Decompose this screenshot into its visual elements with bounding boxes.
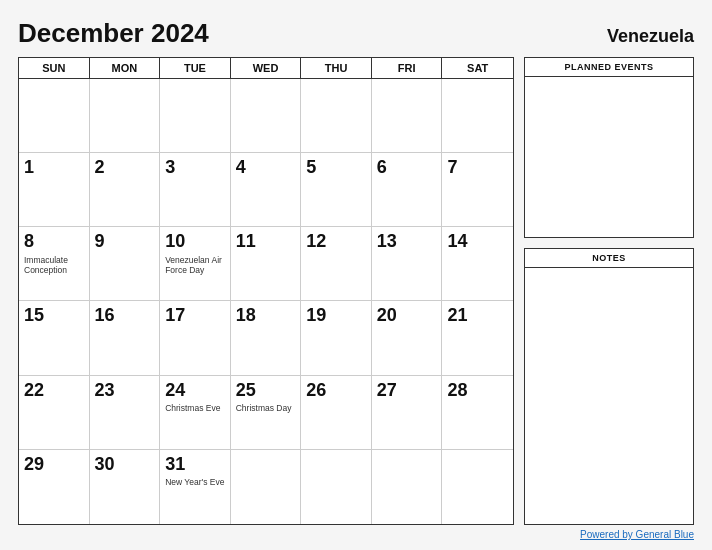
powered-by-link[interactable]: Powered by General Blue xyxy=(580,529,694,540)
cell-event: New Year's Eve xyxy=(165,477,224,487)
calendar-cell-empty xyxy=(442,79,513,153)
cell-number-10: 10 xyxy=(165,231,225,253)
footer: Powered by General Blue xyxy=(18,529,694,540)
day-header-wed: WED xyxy=(231,58,302,78)
day-headers: SUNMONTUEWEDTHUFRISAT xyxy=(19,58,513,79)
calendar-cell-29: 29 xyxy=(19,450,90,524)
planned-events-content xyxy=(525,77,693,237)
calendar-cell-14: 14 xyxy=(442,227,513,301)
cell-number-5: 5 xyxy=(306,157,366,179)
notes-content xyxy=(525,268,693,524)
calendar-cell-5: 5 xyxy=(301,153,372,227)
calendar-cell-16: 16 xyxy=(90,301,161,375)
calendar-cell-empty xyxy=(90,79,161,153)
calendar-cell-21: 21 xyxy=(442,301,513,375)
cell-number-14: 14 xyxy=(447,231,508,253)
cell-number-31: 31 xyxy=(165,454,225,476)
calendar-cell-22: 22 xyxy=(19,376,90,450)
cell-number-18: 18 xyxy=(236,305,296,327)
calendar-cell-empty xyxy=(160,79,231,153)
calendar-cell-17: 17 xyxy=(160,301,231,375)
day-header-sun: SUN xyxy=(19,58,90,78)
main-content: SUNMONTUEWEDTHUFRISAT 12345678Immaculate… xyxy=(18,57,694,525)
calendar-cell-empty xyxy=(372,79,443,153)
cell-number-1: 1 xyxy=(24,157,84,179)
calendar-cell-19: 19 xyxy=(301,301,372,375)
calendar-cell-12: 12 xyxy=(301,227,372,301)
calendar-cell-9: 9 xyxy=(90,227,161,301)
day-header-fri: FRI xyxy=(372,58,443,78)
day-header-mon: MON xyxy=(90,58,161,78)
cell-number-16: 16 xyxy=(95,305,155,327)
calendar-cell-empty xyxy=(231,79,302,153)
calendar-cell-7: 7 xyxy=(442,153,513,227)
calendar: SUNMONTUEWEDTHUFRISAT 12345678Immaculate… xyxy=(18,57,514,525)
calendar-cell-1: 1 xyxy=(19,153,90,227)
cell-number-21: 21 xyxy=(447,305,508,327)
calendar-cell-18: 18 xyxy=(231,301,302,375)
calendar-cell-4: 4 xyxy=(231,153,302,227)
calendar-cell-empty xyxy=(372,450,443,524)
calendar-cell-empty xyxy=(301,79,372,153)
cell-number-24: 24 xyxy=(165,380,225,402)
cell-event: Christmas Day xyxy=(236,403,292,413)
cell-number-30: 30 xyxy=(95,454,155,476)
cell-number-26: 26 xyxy=(306,380,366,402)
cell-event: Venezuelan Air Force Day xyxy=(165,255,225,275)
calendar-grid: 12345678Immaculate Conception910Venezuel… xyxy=(19,79,513,524)
cell-number-8: 8 xyxy=(24,231,84,253)
day-header-tue: TUE xyxy=(160,58,231,78)
header: December 2024 Venezuela xyxy=(18,18,694,49)
calendar-cell-13: 13 xyxy=(372,227,443,301)
side-panel: PLANNED EVENTS NOTES xyxy=(524,57,694,525)
calendar-cell-26: 26 xyxy=(301,376,372,450)
calendar-cell-15: 15 xyxy=(19,301,90,375)
calendar-cell-30: 30 xyxy=(90,450,161,524)
calendar-cell-11: 11 xyxy=(231,227,302,301)
cell-number-29: 29 xyxy=(24,454,84,476)
calendar-cell-25: 25Christmas Day xyxy=(231,376,302,450)
calendar-cell-27: 27 xyxy=(372,376,443,450)
calendar-cell-2: 2 xyxy=(90,153,161,227)
planned-events-box: PLANNED EVENTS xyxy=(524,57,694,238)
cell-number-20: 20 xyxy=(377,305,437,327)
cell-number-19: 19 xyxy=(306,305,366,327)
cell-number-23: 23 xyxy=(95,380,155,402)
cell-number-28: 28 xyxy=(447,380,508,402)
page: December 2024 Venezuela SUNMONTUEWEDTHUF… xyxy=(0,0,712,550)
calendar-cell-6: 6 xyxy=(372,153,443,227)
cell-number-17: 17 xyxy=(165,305,225,327)
calendar-cell-3: 3 xyxy=(160,153,231,227)
cell-number-7: 7 xyxy=(447,157,508,179)
notes-box: NOTES xyxy=(524,248,694,525)
calendar-cell-empty xyxy=(231,450,302,524)
cell-number-11: 11 xyxy=(236,231,296,253)
cell-number-3: 3 xyxy=(165,157,225,179)
cell-number-27: 27 xyxy=(377,380,437,402)
cell-number-6: 6 xyxy=(377,157,437,179)
calendar-cell-8: 8Immaculate Conception xyxy=(19,227,90,301)
calendar-cell-23: 23 xyxy=(90,376,161,450)
cell-number-12: 12 xyxy=(306,231,366,253)
calendar-cell-empty xyxy=(442,450,513,524)
calendar-cell-24: 24Christmas Eve xyxy=(160,376,231,450)
cell-number-15: 15 xyxy=(24,305,84,327)
calendar-cell-20: 20 xyxy=(372,301,443,375)
calendar-cell-28: 28 xyxy=(442,376,513,450)
day-header-thu: THU xyxy=(301,58,372,78)
calendar-cell-31: 31New Year's Eve xyxy=(160,450,231,524)
cell-event: Christmas Eve xyxy=(165,403,220,413)
calendar-cell-10: 10Venezuelan Air Force Day xyxy=(160,227,231,301)
cell-event: Immaculate Conception xyxy=(24,255,84,275)
month-year-title: December 2024 xyxy=(18,18,209,49)
cell-number-4: 4 xyxy=(236,157,296,179)
cell-number-25: 25 xyxy=(236,380,296,402)
cell-number-9: 9 xyxy=(95,231,155,253)
cell-number-13: 13 xyxy=(377,231,437,253)
planned-events-label: PLANNED EVENTS xyxy=(525,58,693,77)
day-header-sat: SAT xyxy=(442,58,513,78)
calendar-cell-empty xyxy=(19,79,90,153)
notes-label: NOTES xyxy=(525,249,693,268)
cell-number-2: 2 xyxy=(95,157,155,179)
calendar-cell-empty xyxy=(301,450,372,524)
